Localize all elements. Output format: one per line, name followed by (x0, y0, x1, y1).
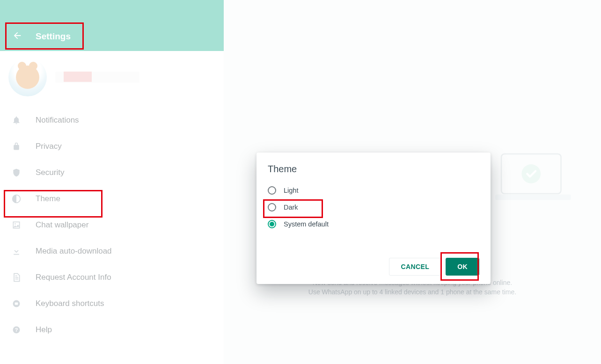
settings-item-label: Theme (36, 194, 60, 204)
app-root: Settings Notifications Privacy Security (0, 0, 601, 364)
theme-option-light[interactable]: Light (268, 183, 479, 198)
settings-item-label: Media auto-download (36, 247, 112, 256)
lock-icon (11, 142, 22, 151)
settings-title: Settings (36, 31, 71, 42)
radio-label: System default (284, 220, 329, 228)
settings-item-notifications[interactable]: Notifications (0, 107, 224, 133)
settings-item-theme[interactable]: Theme (0, 186, 224, 212)
theme-dialog: Theme Light Dark System default CANCEL O… (257, 153, 491, 284)
settings-item-help[interactable]: ? Help (0, 317, 224, 343)
keyboard-icon (11, 299, 22, 308)
download-icon (11, 247, 22, 256)
settings-item-label: Request Account Info (36, 273, 111, 282)
svg-point-8 (521, 164, 541, 183)
settings-item-label: Keyboard shortcuts (36, 299, 104, 308)
wallpaper-icon (11, 220, 22, 230)
settings-item-wallpaper[interactable]: Chat wallpaper (0, 212, 224, 238)
profile-name-redacted (55, 72, 139, 83)
dialog-actions: CANCEL OK (268, 258, 479, 276)
radio-icon (268, 220, 276, 228)
settings-sidebar: Settings Notifications Privacy Security (0, 0, 224, 364)
profile-row[interactable] (0, 51, 224, 103)
settings-item-label: Privacy (36, 142, 62, 151)
svg-text:?: ? (15, 327, 18, 333)
svg-point-1 (15, 223, 16, 225)
settings-header: Settings (0, 0, 224, 51)
settings-item-request-info[interactable]: Request Account Info (0, 264, 224, 291)
svg-rect-3 (15, 303, 18, 305)
theme-radio-group: Light Dark System default (268, 183, 479, 232)
settings-item-label: Help (36, 325, 52, 335)
settings-item-privacy[interactable]: Privacy (0, 133, 224, 160)
settings-list: Notifications Privacy Security Theme Cha… (0, 103, 224, 347)
settings-item-label: Security (36, 168, 64, 177)
theme-option-system[interactable]: System default (268, 217, 479, 232)
shield-icon (11, 168, 22, 177)
avatar (8, 58, 47, 96)
document-icon (11, 273, 22, 282)
ok-button[interactable]: OK (446, 258, 479, 276)
back-arrow-icon[interactable] (12, 30, 22, 43)
radio-icon (268, 186, 276, 195)
radio-icon (268, 203, 276, 211)
radio-label: Dark (284, 204, 298, 211)
theme-option-dark[interactable]: Dark (268, 200, 479, 215)
cancel-button[interactable]: CANCEL (389, 258, 441, 276)
settings-item-security[interactable]: Security (0, 160, 224, 186)
settings-item-shortcuts[interactable]: Keyboard shortcuts (0, 291, 224, 317)
settings-item-media[interactable]: Media auto-download (0, 238, 224, 264)
dialog-title: Theme (268, 164, 479, 175)
svg-rect-7 (495, 195, 571, 200)
settings-item-label: Chat wallpaper (36, 220, 88, 230)
theme-icon (11, 194, 22, 204)
hero-laptop-illustration (493, 150, 573, 206)
radio-label: Light (284, 187, 298, 194)
hero-text-line2: Use WhatsApp on up to 4 linked devices a… (224, 288, 601, 296)
bell-icon (11, 116, 22, 125)
settings-item-label: Notifications (36, 116, 79, 125)
help-icon: ? (11, 325, 22, 335)
